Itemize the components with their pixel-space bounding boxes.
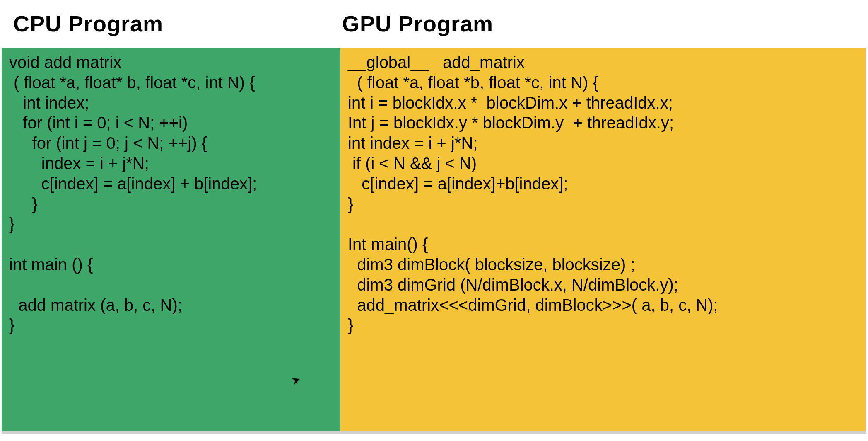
cpu-code-block: void add matrix ( float *a, float* b, fl… bbox=[2, 48, 340, 431]
gpu-code-block: __global__ add_matrix ( float *a, float … bbox=[340, 48, 866, 431]
bottom-divider bbox=[2, 431, 866, 434]
headers-row: CPU Program GPU Program bbox=[0, 0, 868, 36]
slide: CPU Program GPU Program void add matrix … bbox=[0, 0, 868, 441]
gpu-program-title: GPU Program bbox=[342, 11, 493, 36]
cpu-program-title: CPU Program bbox=[13, 11, 339, 36]
code-panes: void add matrix ( float *a, float* b, fl… bbox=[2, 48, 866, 431]
